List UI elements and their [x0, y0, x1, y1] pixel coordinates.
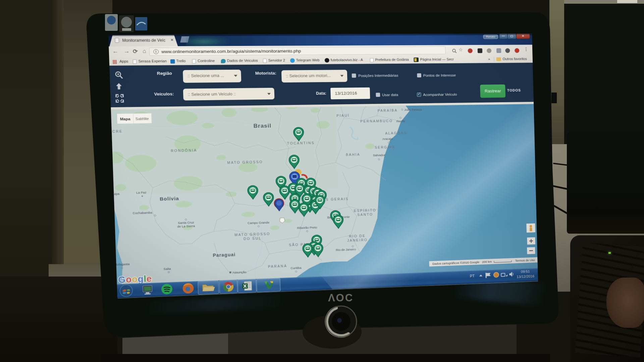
svg-text:ΛOC: ΛOC [328, 292, 354, 304]
